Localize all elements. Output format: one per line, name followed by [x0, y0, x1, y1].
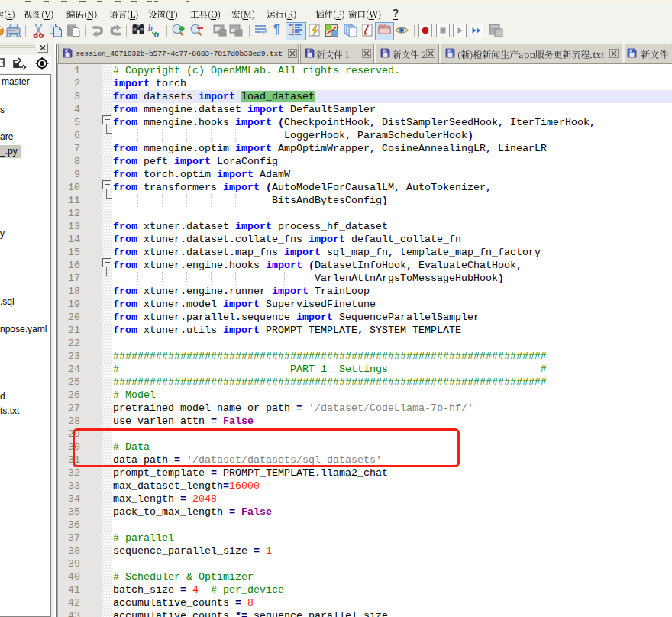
svg-text:b: b	[148, 24, 153, 33]
